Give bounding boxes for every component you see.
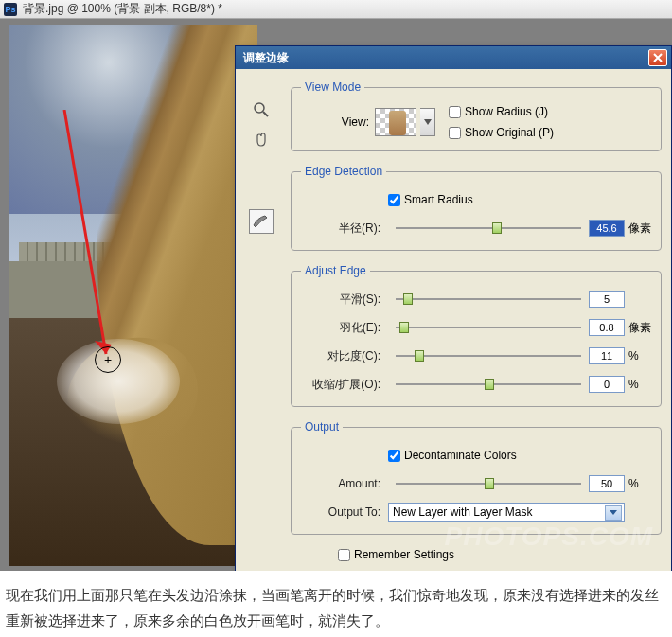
dialog-titlebar[interactable]: 调整边缘	[236, 46, 671, 69]
amount-label: Amount:	[301, 477, 380, 490]
zoom-tool[interactable]	[249, 97, 274, 122]
shift-unit: %	[628, 378, 651, 391]
output-legend: Output	[301, 420, 343, 434]
view-label: View:	[301, 115, 369, 129]
app-title-bar: Ps 背景.jpg @ 100% (背景 副本, RGB/8*) *	[0, 0, 672, 19]
document-title: 背景.jpg @ 100% (背景 副本, RGB/8*) *	[23, 1, 222, 17]
smart-radius-checkbox[interactable]: Smart Radius	[388, 193, 473, 206]
hand-icon	[253, 132, 270, 149]
output-to-label: Output To:	[301, 505, 380, 519]
canvas-area: 调整边缘	[0, 19, 672, 571]
feather-label: 羽化(E):	[301, 320, 380, 336]
adjust-edge-legend: Adjust Edge	[301, 264, 370, 277]
shift-slider[interactable]	[396, 376, 581, 393]
radius-label: 半径(R):	[301, 221, 380, 237]
svg-line-3	[263, 112, 268, 116]
contrast-unit: %	[628, 349, 651, 363]
refine-brush-tool[interactable]	[249, 209, 274, 234]
decontaminate-checkbox[interactable]: Decontaminate Colors	[388, 449, 517, 462]
show-original-checkbox[interactable]: Show Original (P)	[449, 126, 554, 139]
feather-slider[interactable]	[396, 319, 581, 336]
feather-input[interactable]	[589, 319, 625, 336]
radius-unit: 像素	[628, 221, 651, 237]
watermark: PHOTOPS.COM	[444, 522, 653, 552]
dialog-title: 调整边缘	[239, 50, 648, 66]
brush-icon	[252, 214, 271, 229]
contrast-input[interactable]	[589, 347, 625, 364]
close-button[interactable]	[648, 49, 667, 66]
caption-text: 现在我们用上面那只笔在头发边沿涂抹，当画笔离开的时候，我们惊奇地发现，原来没有选…	[0, 571, 672, 637]
svg-marker-4	[424, 119, 432, 125]
edge-detection-legend: Edge Detection	[301, 165, 386, 178]
contrast-label: 对比度(C):	[301, 348, 380, 364]
view-dropdown-arrow[interactable]	[420, 108, 435, 136]
refine-edge-dialog: 调整边缘	[235, 45, 672, 571]
radius-input[interactable]	[589, 220, 625, 237]
amount-input[interactable]	[589, 475, 625, 492]
smooth-label: 平滑(S):	[301, 292, 380, 308]
annotation-arrow	[38, 110, 123, 375]
brush-cursor	[95, 346, 121, 373]
smooth-slider[interactable]	[396, 291, 581, 308]
chevron-down-icon	[424, 119, 432, 125]
photoshop-icon: Ps	[4, 3, 17, 16]
shift-label: 收缩/扩展(O):	[301, 377, 380, 393]
tool-column	[249, 97, 277, 239]
magnifier-icon	[253, 101, 270, 118]
contrast-slider[interactable]	[396, 347, 581, 364]
amount-slider[interactable]	[396, 475, 581, 492]
output-group: Output Decontaminate Colors Amount: %	[291, 420, 662, 535]
amount-unit: %	[628, 477, 651, 490]
view-thumbnail[interactable]	[375, 108, 416, 136]
shift-input[interactable]	[589, 376, 625, 393]
show-radius-checkbox[interactable]: Show Radius (J)	[449, 105, 554, 118]
view-mode-group: View Mode View: Show Radius (J)	[291, 80, 662, 151]
close-icon	[653, 53, 663, 62]
output-to-select[interactable]: New Layer with Layer Mask	[388, 503, 625, 522]
view-mode-legend: View Mode	[301, 80, 364, 94]
adjust-edge-group: Adjust Edge 平滑(S): 羽化(E): 像素	[291, 264, 662, 407]
chevron-down-icon	[610, 510, 617, 515]
radius-slider[interactable]	[396, 220, 581, 237]
svg-line-0	[64, 110, 106, 354]
smooth-input[interactable]	[589, 291, 625, 308]
feather-unit: 像素	[628, 320, 651, 336]
svg-point-2	[255, 103, 264, 113]
document-photo[interactable]	[9, 25, 257, 566]
edge-detection-group: Edge Detection Smart Radius 半径(R):	[291, 165, 662, 251]
hand-tool[interactable]	[249, 128, 274, 152]
